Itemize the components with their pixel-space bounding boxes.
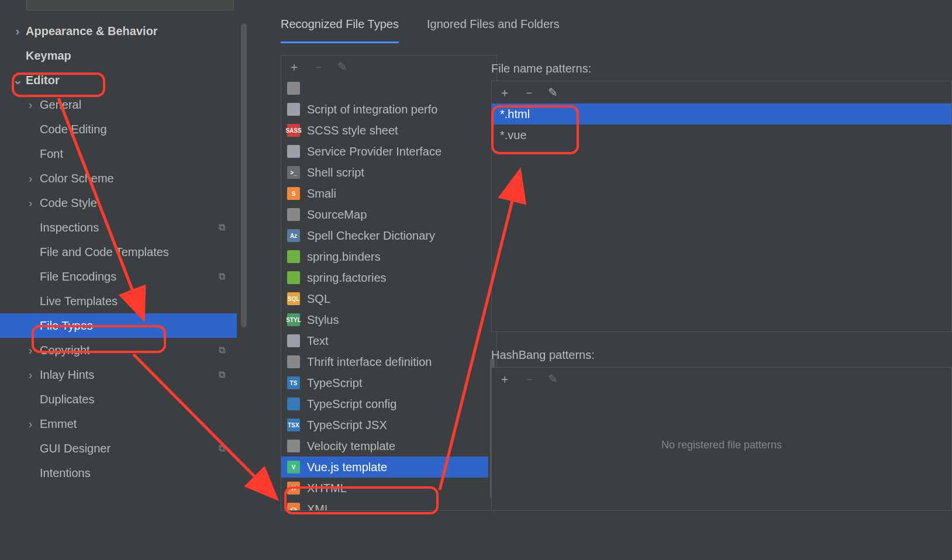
sidebar-item-editor[interactable]: ⌄Editor xyxy=(0,68,237,92)
filetype-item[interactable]: SourceMap xyxy=(281,204,496,225)
remove-hashbang-icon[interactable]: － xyxy=(523,373,535,385)
add-pattern-icon[interactable]: ＋ xyxy=(499,87,511,98)
sidebar-item-color-scheme[interactable]: ›Color Scheme xyxy=(0,166,237,191)
filetypes-tabs: Recognized File Types Ignored Files and … xyxy=(281,18,560,43)
sidebar-scrollbar[interactable] xyxy=(241,23,247,327)
hashbang-panel: ＋ － ✎ No registered file patterns xyxy=(491,367,952,511)
hashbang-toolbar: ＋ － ✎ xyxy=(492,368,951,390)
sidebar-item-general[interactable]: ›General xyxy=(0,92,237,117)
sidebar-item-label: Appearance & Behavior xyxy=(26,25,158,38)
sidebar-item-intentions[interactable]: Intentions xyxy=(0,461,237,485)
sidebar-item-label: Inspections xyxy=(40,221,99,234)
sidebar-item-label: File and Code Templates xyxy=(40,246,169,259)
chevron-icon: › xyxy=(23,172,37,185)
tab-ignored-files[interactable]: Ignored Files and Folders xyxy=(427,18,560,43)
filetype-label: Script of integration perfo xyxy=(307,103,437,116)
chevron-icon: › xyxy=(23,417,37,431)
filetype-label: TypeScript xyxy=(307,376,362,390)
sidebar-item-label: General xyxy=(40,98,81,112)
sidebar-item-label: Inlay Hints xyxy=(40,368,94,382)
remove-filetype-icon[interactable]: － xyxy=(313,61,325,72)
remove-pattern-icon[interactable]: － xyxy=(523,87,535,98)
sidebar-item-file-and-code-templates[interactable]: File and Code Templates xyxy=(0,240,237,264)
filetype-item[interactable]: spring.binders xyxy=(281,246,496,267)
filetypes-toolbar: ＋ － ✎ xyxy=(281,56,496,78)
filetype-label: Thrift interface definition xyxy=(307,355,432,369)
pattern-item[interactable]: *.html xyxy=(492,103,951,125)
sidebar-item-label: Keymap xyxy=(26,49,71,63)
scheme-icon: ⧉ xyxy=(219,345,225,355)
filetype-item[interactable]: Text xyxy=(281,330,496,351)
filetype-item[interactable]: <>XML xyxy=(281,499,496,510)
sidebar-item-duplicates[interactable]: Duplicates xyxy=(0,387,237,412)
sidebar-item-label: File Encodings xyxy=(40,270,116,284)
sidebar-item-gui-designer[interactable]: GUI Designer⧉ xyxy=(0,436,237,461)
filetype-item[interactable]: VVue.js template xyxy=(281,457,496,478)
sidebar-item-label: GUI Designer xyxy=(40,442,111,455)
filetype-label: TypeScript JSX xyxy=(307,419,387,432)
filetype-item[interactable]: AzSpell Checker Dictionary xyxy=(281,225,496,246)
sidebar-item-inspections[interactable]: Inspections⧉ xyxy=(0,215,237,240)
filetype-icon: H xyxy=(287,482,300,495)
sidebar-item-label: Copyright xyxy=(40,344,90,357)
sidebar-item-code-editing[interactable]: Code Editing xyxy=(0,117,237,141)
filetype-label: TypeScript config xyxy=(307,397,396,411)
sidebar-item-code-style[interactable]: ›Code Style xyxy=(0,191,237,215)
filetype-item[interactable]: SSmali xyxy=(281,183,496,204)
filetype-label: spring.factories xyxy=(307,271,387,285)
edit-hashbang-icon[interactable]: ✎ xyxy=(548,373,558,385)
filetype-item[interactable] xyxy=(281,78,496,99)
pattern-item[interactable]: *.vue xyxy=(492,125,951,146)
filetype-item[interactable]: SASSSCSS style sheet xyxy=(281,120,496,141)
settings-search-input[interactable] xyxy=(26,0,234,11)
sidebar-item-file-types[interactable]: File Types xyxy=(0,313,237,338)
filetype-icon: STYL xyxy=(287,313,300,326)
filetype-item[interactable]: >_Shell script xyxy=(281,162,496,183)
edit-filetype-icon[interactable]: ✎ xyxy=(337,61,347,72)
sidebar-item-keymap[interactable]: Keymap xyxy=(0,43,237,68)
filetype-label: XML xyxy=(307,503,331,511)
edit-pattern-icon[interactable]: ✎ xyxy=(548,87,558,98)
filetype-item[interactable]: TSTypeScript xyxy=(281,372,496,393)
filetype-icon xyxy=(287,250,300,263)
filetype-icon: >_ xyxy=(287,166,300,179)
chevron-icon: › xyxy=(23,196,37,210)
sidebar-item-label: File Types xyxy=(40,319,93,333)
filetype-item[interactable]: Velocity template xyxy=(281,435,496,457)
filetype-icon xyxy=(287,103,300,116)
filetype-item[interactable]: TypeScript config xyxy=(281,393,496,414)
scheme-icon: ⧉ xyxy=(219,222,225,233)
tab-recognized-filetypes[interactable]: Recognized File Types xyxy=(281,18,399,43)
filetype-label: Shell script xyxy=(307,166,364,179)
sidebar-item-label: Code Style xyxy=(40,196,97,210)
sidebar-item-inlay-hints[interactable]: ›Inlay Hints⧉ xyxy=(0,362,237,387)
sidebar-item-file-encodings[interactable]: File Encodings⧉ xyxy=(0,264,237,289)
patterns-panel: ＋ － ✎ *.html*.vue xyxy=(491,81,952,332)
add-filetype-icon[interactable]: ＋ xyxy=(288,61,300,72)
filetype-item[interactable]: HXHTML xyxy=(281,478,496,499)
filetype-item[interactable]: Thrift interface definition xyxy=(281,351,496,372)
filetype-icon: <> xyxy=(287,503,300,510)
chevron-icon: › xyxy=(23,98,37,112)
sidebar-item-live-templates[interactable]: Live Templates xyxy=(0,289,237,313)
filetype-item[interactable]: spring.factories xyxy=(281,267,496,288)
filetype-item[interactable]: Script of integration perfo xyxy=(281,99,496,120)
filetype-label: spring.binders xyxy=(307,250,381,264)
filetype-item[interactable]: STYLStylus xyxy=(281,309,496,330)
filetypes-list[interactable]: Script of integration perfoSASSSCSS styl… xyxy=(281,78,496,510)
filetype-icon: TS xyxy=(287,376,300,389)
sidebar-item-font[interactable]: Font xyxy=(0,141,237,166)
filetype-label: Service Provider Interface xyxy=(307,145,441,158)
filetype-item[interactable]: Service Provider Interface xyxy=(281,141,496,162)
filetype-icon: V xyxy=(287,461,300,473)
sidebar-item-copyright[interactable]: ›Copyright⧉ xyxy=(0,338,237,362)
filetype-icon xyxy=(287,440,300,452)
filetype-item[interactable]: TSXTypeScript JSX xyxy=(281,414,496,435)
patterns-list[interactable]: *.html*.vue xyxy=(492,103,951,146)
add-hashbang-icon[interactable]: ＋ xyxy=(499,373,511,385)
sidebar-item-emmet[interactable]: ›Emmet xyxy=(0,412,237,436)
sidebar-item-appearance-behavior[interactable]: ›Appearance & Behavior xyxy=(0,19,237,43)
sidebar-item-label: Editor xyxy=(26,74,60,87)
filetype-item[interactable]: SQLSQL xyxy=(281,288,496,309)
filetype-icon xyxy=(287,82,300,95)
